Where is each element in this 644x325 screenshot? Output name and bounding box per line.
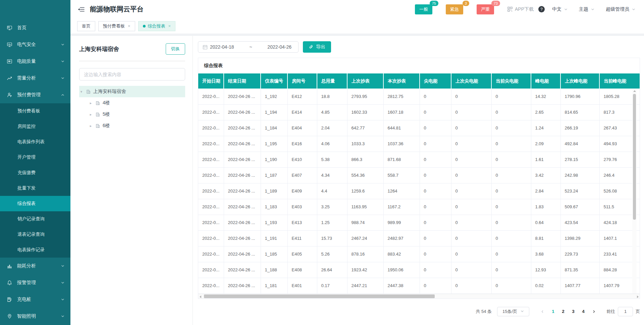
caret-right-icon[interactable]: ▸ xyxy=(89,101,93,105)
column-header-上次尖电能[interactable]: 上次尖电能 xyxy=(451,73,491,89)
table-cell: 1607.18 xyxy=(383,104,420,120)
sidebar-item-电能质量[interactable]: 电能质量 xyxy=(0,53,70,70)
table-row[interactable]: 2022-0...2022-04-26 ...1_193E4131.25988.… xyxy=(198,215,640,230)
sidebar-subitem-电表操作列表[interactable]: 电表操作列表 xyxy=(0,134,70,150)
sidebar-subitem-销户记录查询[interactable]: 销户记录查询 xyxy=(0,211,70,227)
table-cell: 2793.95 xyxy=(347,89,383,104)
chevron-down-icon xyxy=(61,43,64,46)
table-row[interactable]: 2022-0...2022-04-26 ...1_195E4164.061033… xyxy=(198,136,640,152)
date-end[interactable]: 2022-04-26 xyxy=(265,44,294,50)
sidebar-subitem-电表操作记录[interactable]: 电表操作记录 xyxy=(0,242,70,258)
sidebar-item-需量分析[interactable]: 需量分析 xyxy=(0,70,70,87)
sidebar-item-能耗分析[interactable]: 能耗分析 xyxy=(0,258,70,274)
column-header-结束日期[interactable]: 结束日期 xyxy=(224,73,261,89)
page-number-4[interactable]: 4 xyxy=(578,309,588,314)
language-dropdown[interactable]: 中文 xyxy=(552,6,568,12)
sidebar-subitem-房间监控[interactable]: 房间监控 xyxy=(0,119,70,134)
vertical-scroll-thumb[interactable] xyxy=(633,94,636,220)
table-row[interactable]: 2022-0...2022-04-26 ...1_190E4105.38866.… xyxy=(198,152,640,167)
table-row[interactable]: 2022-0...2022-04-26 ...1_188E40826.64192… xyxy=(198,262,640,278)
table-cell: 1163.95 xyxy=(347,199,383,215)
scroll-right-icon[interactable] xyxy=(637,295,639,298)
help-icon[interactable]: ? xyxy=(538,6,545,12)
sidebar-subitem-预付费看板[interactable]: 预付费看板 xyxy=(0,103,70,119)
date-range-picker[interactable]: 2022-04-18 ~ 2022-04-26 xyxy=(198,41,299,53)
theme-dropdown[interactable]: 主题 xyxy=(579,6,594,12)
chevron-down-icon xyxy=(61,298,64,301)
next-page-button[interactable] xyxy=(590,310,598,313)
table-row[interactable]: 2022-0...2022-04-26 ...1_185E4055.26878.… xyxy=(198,246,640,262)
page-number-1[interactable]: 1 xyxy=(548,309,558,314)
tree-node-6楼[interactable]: ▸6楼 xyxy=(79,120,185,131)
caret-down-icon[interactable]: ▾ xyxy=(79,90,84,94)
sidebar-item-电气安全[interactable]: 电气安全 xyxy=(0,36,70,53)
sidebar-subitem-退表记录查询[interactable]: 退表记录查询 xyxy=(0,227,70,242)
close-icon[interactable]: × xyxy=(128,23,130,29)
alarm-badge-紧急[interactable]: 紧急3 xyxy=(446,4,463,14)
collapse-menu-icon[interactable] xyxy=(78,7,85,12)
prev-page-button[interactable] xyxy=(539,310,546,313)
column-header-上次峰电能[interactable]: 上次峰电能 xyxy=(560,73,599,89)
column-header-当前峰电能[interactable]: 当前峰电能 xyxy=(599,73,640,89)
sidebar-item-报警管理[interactable]: 报警管理 xyxy=(0,274,70,291)
horizontal-scrollbar[interactable] xyxy=(198,294,640,299)
column-header-总用量[interactable]: 总用量 xyxy=(317,73,347,89)
alarm-badge-一般[interactable]: 一般75 xyxy=(415,4,432,14)
table-row[interactable]: 2022-0...2022-04-26 ...1_183E4033.251163… xyxy=(198,199,640,215)
sidebar-item-预付费管理[interactable]: 预付费管理 xyxy=(0,87,70,103)
column-header-上次抄表[interactable]: 上次抄表 xyxy=(347,73,383,89)
column-header-峰电能[interactable]: 峰电能 xyxy=(531,73,560,89)
page-number-2[interactable]: 2 xyxy=(558,309,568,314)
page-numbers: 1234 xyxy=(548,309,588,314)
close-icon[interactable]: × xyxy=(168,23,171,29)
vertical-scrollbar[interactable] xyxy=(632,89,637,293)
horizontal-scroll-thumb[interactable] xyxy=(204,294,435,298)
sidebar-subitem-综合报表[interactable]: 综合报表 xyxy=(0,196,70,211)
alarm-badge-严重[interactable]: 严重73 xyxy=(477,4,494,14)
table-row[interactable]: 2022-0...2022-04-26 ...1_184E4042.04642.… xyxy=(198,120,640,136)
tab-预付费看板[interactable]: 预付费看板× xyxy=(98,21,135,31)
tab-综合报表[interactable]: 综合报表× xyxy=(138,21,176,31)
table-row[interactable]: 2022-0...2022-04-26 ...1_192E41218.82793… xyxy=(198,89,640,104)
column-header-房间号[interactable]: 房间号 xyxy=(287,73,317,89)
caret-right-icon[interactable]: ▸ xyxy=(89,124,93,128)
column-header-当前尖电能[interactable]: 当前尖电能 xyxy=(491,73,531,89)
column-header-本次抄表[interactable]: 本次抄表 xyxy=(383,73,420,89)
goto-page-input[interactable] xyxy=(618,307,633,316)
column-header-尖电能[interactable]: 尖电能 xyxy=(420,73,451,89)
scroll-left-icon[interactable] xyxy=(200,295,201,298)
sidebar-subitem-充值缴费[interactable]: 充值缴费 xyxy=(0,165,70,180)
table-row[interactable]: 2022-0...2022-04-26 ...1_187E4074.34554.… xyxy=(198,167,640,183)
page-number-3[interactable]: 3 xyxy=(568,309,578,314)
tree-node-上海安科瑞宿舍[interactable]: ▾上海安科瑞宿舍 xyxy=(79,86,185,97)
export-button[interactable]: 导出 xyxy=(303,41,331,53)
user-dropdown[interactable]: 超级管理员 xyxy=(606,6,635,12)
column-header-开始日期[interactable]: 开始日期 xyxy=(198,73,224,89)
sidebar-item-充电桩[interactable]: 充电桩 xyxy=(0,291,70,308)
tree-search-input[interactable] xyxy=(79,68,185,80)
switch-button[interactable]: 切换 xyxy=(166,43,185,55)
table-cell: 1_184 xyxy=(261,120,287,136)
tree-node-5楼[interactable]: ▸5楼 xyxy=(79,109,185,120)
table-cell: 642.77 xyxy=(347,120,383,136)
caret-right-icon[interactable]: ▸ xyxy=(89,112,93,117)
sidebar-subitem-批量下发[interactable]: 批量下发 xyxy=(0,180,70,196)
table-row[interactable]: 2022-0...2022-04-26 ...1_181E4010.172447… xyxy=(198,278,640,293)
sidebar-item-label: 报警管理 xyxy=(17,280,36,286)
chevron-down-icon xyxy=(61,315,64,318)
column-header-仪表编号[interactable]: 仪表编号 xyxy=(261,73,287,89)
table-cell: 0 xyxy=(451,136,491,152)
date-start[interactable]: 2022-04-18 xyxy=(208,44,236,50)
sidebar-subitem-开户管理[interactable]: 开户管理 xyxy=(0,150,70,165)
page-size-select[interactable]: 15条/页 xyxy=(497,307,529,316)
table-row[interactable]: 2022-0...2022-04-26 ...1_189E4094.41259.… xyxy=(198,183,640,199)
sidebar-item-智能照明[interactable]: 智能照明 xyxy=(0,308,70,325)
scroll-up-icon[interactable] xyxy=(633,90,636,92)
table-row[interactable]: 2022-0...2022-04-26 ...1_194E4144.851602… xyxy=(198,104,640,120)
app-download-link[interactable]: APP下载 xyxy=(507,6,534,12)
table-row[interactable]: 2022-0...2022-04-26 ...1_191E41115.73246… xyxy=(198,230,640,246)
sidebar-item-首页[interactable]: 首页 xyxy=(0,19,70,36)
tab-首页[interactable]: 首页 xyxy=(77,21,95,31)
table-cell: 0 xyxy=(451,278,491,293)
tree-node-4楼[interactable]: ▸4楼 xyxy=(79,97,185,109)
